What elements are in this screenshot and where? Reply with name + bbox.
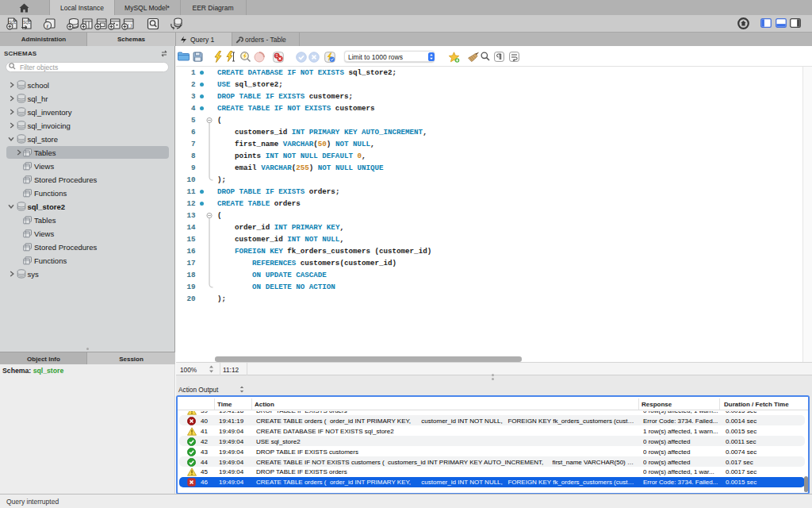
svg-text:SQL: SQL xyxy=(23,21,31,25)
svg-text:i: i xyxy=(47,23,48,29)
